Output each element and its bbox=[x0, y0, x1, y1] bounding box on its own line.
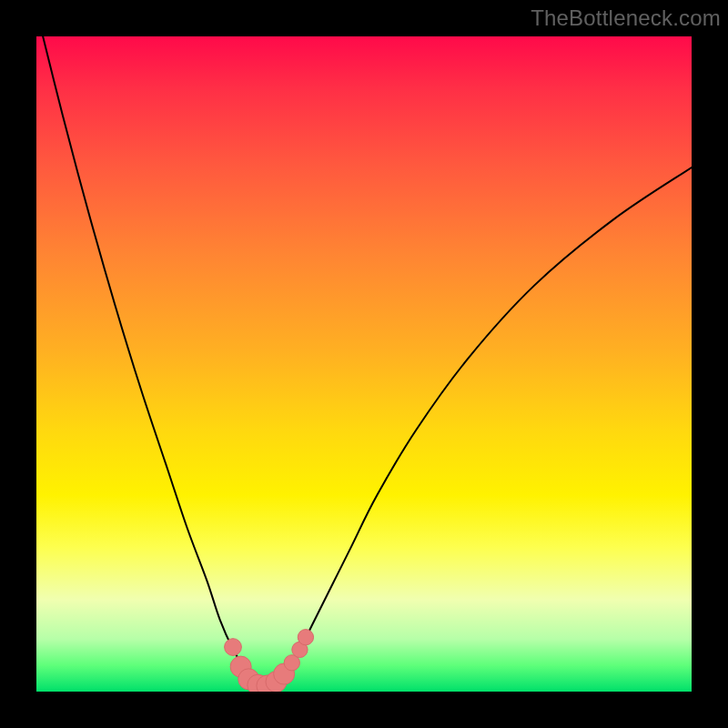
bottleneck-curve bbox=[36, 36, 692, 686]
data-marker bbox=[298, 630, 313, 645]
chart-frame: TheBottleneck.com bbox=[0, 0, 728, 728]
curve-series bbox=[36, 36, 692, 686]
watermark-label: TheBottleneck.com bbox=[531, 5, 721, 31]
marker-cluster bbox=[225, 630, 314, 692]
chart-svg bbox=[36, 36, 692, 692]
plot-area bbox=[36, 36, 692, 692]
data-marker bbox=[225, 639, 242, 656]
